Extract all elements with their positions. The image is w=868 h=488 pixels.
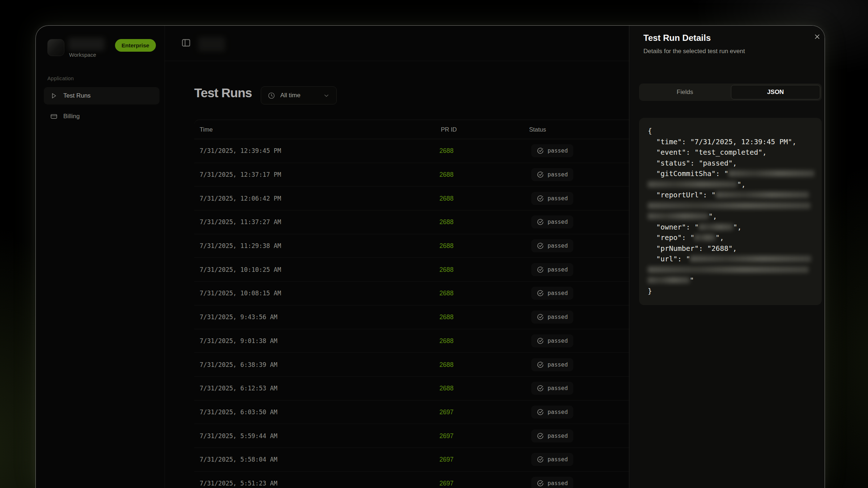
code-line: "gitCommitSha": "	[648, 168, 813, 179]
code-text: "gitCommitSha": "	[648, 170, 728, 178]
code-line: "	[648, 275, 813, 286]
test-run-details-drawer: Test Run Details Details for the selecte…	[629, 26, 825, 488]
code-text: "repo": "	[648, 234, 694, 242]
json-code-block[interactable]: { "time": "7/31/2025, 12:39:45 PM", "eve…	[639, 118, 822, 305]
code-line: ",	[648, 179, 813, 190]
redacted-value	[648, 202, 810, 209]
tab-fields[interactable]: Fields	[641, 85, 729, 99]
code-line: }	[648, 286, 813, 297]
redacted-value	[648, 277, 690, 283]
drawer-subtitle: Details for the selected test run event	[643, 48, 745, 55]
code-text: "event": "test_completed",	[648, 148, 767, 157]
code-line: "owner": "",	[648, 222, 813, 233]
redacted-value	[694, 234, 715, 241]
code-line	[648, 265, 813, 275]
close-button[interactable]	[812, 32, 822, 42]
code-text: "time": "7/31/2025, 12:39:45 PM",	[648, 138, 796, 146]
redacted-value	[699, 224, 733, 230]
code-line: "event": "test_completed",	[648, 147, 813, 158]
code-line: "repo": "",	[648, 232, 813, 243]
code-text: "prNumber": "2688",	[648, 244, 737, 253]
close-icon	[813, 36, 821, 42]
redacted-value	[648, 266, 809, 273]
code-text: ",	[733, 223, 741, 231]
code-text: "	[690, 276, 694, 284]
tab-json[interactable]: JSON	[731, 85, 821, 99]
code-line: "time": "7/31/2025, 12:39:45 PM",	[648, 137, 813, 147]
redacted-value	[716, 192, 809, 198]
code-text: ",	[737, 180, 745, 189]
code-text: }	[648, 287, 652, 295]
code-line: "prNumber": "2688",	[648, 243, 813, 254]
drawer-dim-overlay[interactable]	[36, 26, 629, 488]
code-line: {	[648, 126, 813, 137]
redacted-value	[648, 181, 737, 188]
code-text: "owner": "	[648, 223, 699, 231]
json-code-lines: { "time": "7/31/2025, 12:39:45 PM", "eve…	[648, 126, 813, 296]
code-line: "status": "passed",	[648, 158, 813, 169]
code-text: "reportUrl": "	[648, 191, 716, 199]
redacted-value	[728, 170, 814, 177]
drawer-tabs: FieldsJSON	[639, 84, 822, 101]
redacted-value	[690, 256, 811, 262]
drawer-title: Test Run Details	[643, 33, 711, 43]
redacted-value	[648, 213, 709, 219]
code-text: ",	[709, 212, 717, 221]
code-text: ",	[715, 234, 724, 242]
code-text: "status": "passed",	[648, 159, 737, 167]
code-line: "url": "	[648, 254, 813, 265]
code-text: {	[648, 127, 652, 135]
code-line: ",	[648, 211, 813, 222]
code-text: "url": "	[648, 255, 690, 263]
app-window: Workspace Enterprise Application Test Ru…	[35, 25, 825, 488]
code-line: "reportUrl": "	[648, 190, 813, 201]
code-line	[648, 201, 813, 211]
